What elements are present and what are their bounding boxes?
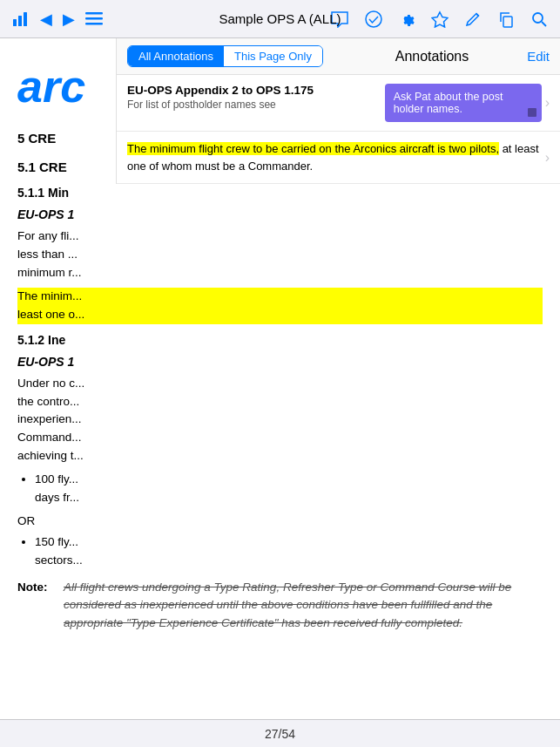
svg-marker-7 [432,12,448,27]
note-item-1: All flight crews undergoing a Type Ratin… [64,579,543,632]
bullet-list-2: 150 fly...sectors... [35,533,543,570]
bullet-item-1: 100 fly...days fr... [35,471,543,507]
top-navigation-bar: ◀ ▶ Sample OPS A (ALL) [0,0,560,38]
tab-this-page[interactable]: This Page Only [224,46,322,66]
edit-button[interactable]: Edit [527,49,550,64]
annotation-item-2[interactable]: The minimum flight crew to be carried on… [117,132,560,184]
annotations-panel: All Annotations This Page Only Annotatio… [116,38,560,184]
annotation-2-highlighted: The minimum flight crew to be carried on… [127,142,499,155]
section-511: 5.1.1 Min [17,184,543,202]
chevron-right-icon-2: › [545,150,550,166]
nav-left-buttons: ◀ ▶ [10,8,105,31]
back-icon[interactable]: ◀ [38,8,54,31]
svg-line-10 [542,22,546,26]
annotation-1-left: EU-OPS Appendix 2 to OPS 1.175 For list … [127,84,378,111]
search-icon[interactable] [529,9,550,30]
bullet-list-1: 100 fly...days fr... [35,471,543,507]
tab-all-annotations[interactable]: All Annotations [128,46,224,66]
or-label: OR [17,513,543,530]
svg-rect-1 [18,16,22,26]
eu-ops-label-1: EU-OPS 1 [17,206,543,224]
note-label: Note: [17,579,57,632]
annotation-1-bubble-text: Ask Pat about the post holder names. [394,91,503,115]
para-1: For any fli...less than ...minimum r... [17,227,543,282]
panel-title: Annotations [337,49,527,65]
tab-toggle-group: All Annotations This Page Only [127,45,323,67]
svg-point-6 [366,11,381,27]
svg-rect-3 [85,12,103,15]
page-indicator-bar: 27/54 [0,719,560,747]
section-512: 5.1.2 Ine [17,331,543,350]
annotation-1-subtitle: For list of postholder names see [127,98,378,111]
list-icon[interactable] [84,10,105,28]
svg-rect-4 [85,17,103,20]
forward-icon[interactable]: ▶ [61,8,77,31]
annotation-1-bubble: Ask Pat about the post holder names. [385,84,542,122]
para-2: Under no c...the contro...inexperien...C… [17,375,543,466]
para-highlighted: The minim...least one o... [17,288,543,324]
document-title: Sample OPS A (ALL) [219,11,341,26]
note-section: Note: All flight crews undergoing a Type… [17,579,543,632]
svg-rect-0 [13,19,17,26]
eu-ops-label-2: EU-OPS 1 [17,353,543,371]
note-list: All flight crews undergoing a Type Ratin… [64,579,543,632]
bar-chart-icon[interactable] [10,9,31,30]
bullet-item-2: 150 fly...sectors... [35,533,543,570]
annotation-1-title: EU-OPS Appendix 2 to OPS 1.175 [127,84,378,97]
gear-icon[interactable] [396,9,417,30]
svg-point-9 [533,13,543,23]
svg-rect-8 [503,17,512,27]
annotation-2-text: The minimum flight crew to be carried on… [127,140,542,174]
annotation-item-1[interactable]: EU-OPS Appendix 2 to OPS 1.175 For list … [117,75,560,132]
annotation-bubble-badge [528,108,536,117]
annotations-tab-bar: All Annotations This Page Only Annotatio… [117,38,560,75]
page-info: 27/54 [265,727,295,741]
chevron-right-icon-1: › [545,95,550,111]
star-icon[interactable] [429,9,450,30]
svg-rect-5 [85,23,103,25]
copy-icon[interactable] [496,9,516,30]
nav-right-buttons [328,9,550,30]
pencil-icon[interactable] [462,9,483,30]
svg-rect-2 [24,12,27,26]
check-circle-icon[interactable] [363,9,384,30]
